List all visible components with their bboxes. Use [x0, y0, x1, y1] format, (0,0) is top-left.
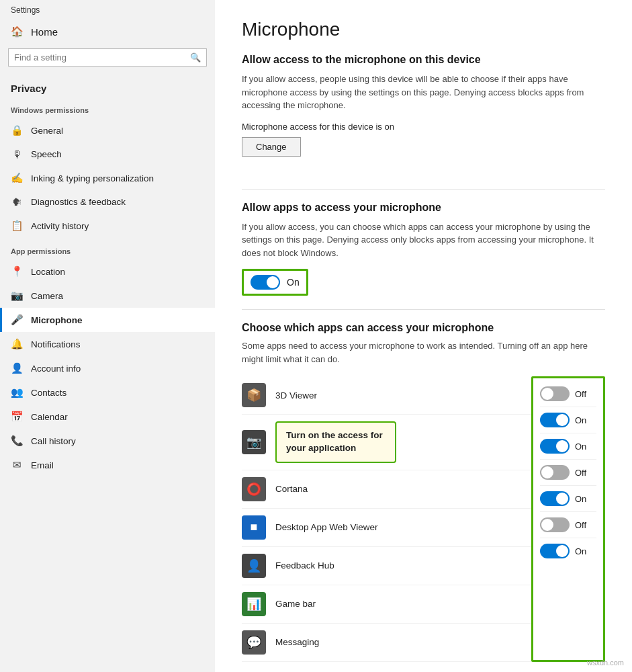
- app-toggles-highlighted: Off On On Off On Off: [531, 376, 605, 662]
- device-status: Microphone access for this device is on: [242, 122, 605, 132]
- speech-icon: 🎙: [11, 149, 23, 160]
- sidebar-item-camera[interactable]: 📷 Camera: [0, 284, 215, 308]
- contacts-icon: 👥: [11, 386, 23, 398]
- messaging-name: Messaging: [275, 637, 531, 647]
- toggle-row-desktopapp: Off: [540, 460, 596, 486]
- desktopapp-icon: ■: [242, 515, 266, 540]
- section1-heading: Allow access to the microphone on this d…: [242, 54, 605, 66]
- search-input[interactable]: [14, 52, 190, 62]
- app-row-messaging: 💬 Messaging: [242, 624, 531, 662]
- app-row-cortana: ⭕ Cortana: [242, 470, 531, 509]
- sidebar-item-calendar[interactable]: 📅 Calendar: [0, 405, 215, 429]
- camera-label: Camera: [31, 291, 63, 301]
- sidebar-item-inking[interactable]: ✍ Inking & typing personalization: [0, 166, 215, 190]
- app-row-feedbackhub: 👤 Feedback Hub: [242, 547, 531, 585]
- camera2-icon: 📷: [242, 430, 266, 454]
- sidebar-item-activity[interactable]: 📋 Activity history: [0, 214, 215, 238]
- inking-icon: ✍: [11, 172, 23, 184]
- home-icon: 🏠: [11, 26, 23, 38]
- toggle-row-cortana: On: [540, 433, 596, 460]
- section1-description: If you allow access, people using this d…: [242, 73, 605, 112]
- calendar-icon: 📅: [11, 411, 23, 423]
- search-icon: 🔍: [190, 52, 201, 62]
- sidebar-item-microphone[interactable]: 🎤 Microphone: [0, 308, 215, 332]
- app-row-camera: 📷 Turn on the access for your applicatio…: [242, 415, 531, 470]
- settings-title: Settings: [0, 0, 215, 19]
- main-content: Microphone Allow access to the microphon…: [215, 0, 632, 672]
- desktopapp-name: Desktop App Web Viewer: [275, 522, 531, 532]
- cortana-name: Cortana: [275, 484, 531, 494]
- accountinfo-icon: 👤: [11, 362, 23, 374]
- app-row-gamebar: 📊 Game bar: [242, 585, 531, 624]
- toggle-desktopapp[interactable]: [540, 465, 570, 480]
- toggle-messaging[interactable]: [540, 544, 570, 558]
- calendar-label: Calendar: [31, 412, 68, 422]
- diagnostics-label: Diagnostics & feedback: [31, 197, 126, 207]
- section3-description: Some apps need to access your microphone…: [242, 339, 605, 366]
- microphone-label: Microphone: [31, 315, 83, 325]
- toggle-cortana[interactable]: [540, 439, 570, 454]
- divider1: [242, 189, 605, 190]
- change-button[interactable]: Change: [242, 137, 301, 157]
- gamebar-name: Game bar: [275, 599, 531, 609]
- sidebar: Settings 🏠 Home 🔍 Privacy Windows permis…: [0, 0, 215, 672]
- callhistory-label: Call history: [31, 436, 76, 446]
- sidebar-item-location[interactable]: 📍 Location: [0, 259, 215, 284]
- location-icon: 📍: [11, 265, 23, 278]
- search-box[interactable]: 🔍: [8, 48, 207, 67]
- sidebar-item-contacts[interactable]: 👥 Contacts: [0, 380, 215, 405]
- app-section-layout: 📦 3D Viewer 📷 Turn on the access for you…: [242, 376, 605, 662]
- sidebar-item-diagnostics[interactable]: 🗣 Diagnostics & feedback: [0, 190, 215, 214]
- speech-label: Speech: [31, 149, 62, 159]
- camera-icon: 📷: [11, 290, 23, 302]
- toggle-feedbackhub[interactable]: [540, 491, 570, 506]
- sidebar-item-email[interactable]: ✉ Email: [0, 453, 215, 477]
- accountinfo-label: Account info: [31, 364, 81, 374]
- toggle-gamebar[interactable]: [540, 517, 570, 532]
- app-row-3dviewer: 📦 3D Viewer: [242, 376, 531, 415]
- toggle-row-feedbackhub: On: [540, 486, 596, 512]
- email-icon: ✉: [11, 459, 23, 471]
- toggle-3dviewer[interactable]: [540, 386, 570, 401]
- allow-apps-toggle-label: On: [287, 277, 300, 288]
- section3-heading: Choose which apps can access your microp…: [242, 322, 605, 334]
- notifications-label: Notifications: [31, 339, 81, 349]
- toggle-label-messaging: On: [575, 546, 586, 556]
- activity-icon: 📋: [11, 220, 23, 232]
- sidebar-item-speech[interactable]: 🎙 Speech: [0, 142, 215, 166]
- sidebar-item-general[interactable]: 🔒 General: [0, 118, 215, 142]
- app-list-col: 📦 3D Viewer 📷 Turn on the access for you…: [242, 376, 531, 662]
- feedbackhub-name: Feedback Hub: [275, 560, 531, 571]
- email-label: Email: [31, 460, 54, 470]
- toggle-camera[interactable]: [540, 413, 570, 427]
- tooltip-box: Turn on the access for your application: [275, 421, 396, 463]
- sidebar-item-accountinfo[interactable]: 👤 Account info: [0, 356, 215, 380]
- toggle-label-cortana: On: [575, 442, 586, 452]
- sidebar-item-notifications[interactable]: 🔔 Notifications: [0, 332, 215, 356]
- watermark: wsxdn.com: [587, 659, 624, 667]
- allow-apps-toggle[interactable]: [251, 275, 280, 290]
- toggle-row-gamebar: Off: [540, 512, 596, 538]
- sidebar-item-callhistory[interactable]: 📞 Call history: [0, 429, 215, 453]
- toggle-label-gamebar: Off: [575, 520, 586, 530]
- toggle-label-feedbackhub: On: [575, 494, 586, 504]
- allow-apps-toggle-row: On: [242, 269, 605, 296]
- privacy-label: Privacy: [0, 76, 215, 97]
- page-title: Microphone: [242, 19, 605, 40]
- feedbackhub-icon: 👤: [242, 554, 266, 578]
- inking-label: Inking & typing personalization: [31, 173, 154, 183]
- home-label: Home: [31, 26, 58, 38]
- cortana-icon: ⭕: [242, 477, 266, 501]
- contacts-label: Contacts: [31, 388, 66, 398]
- tooltip-text: Turn on the access for your application: [286, 430, 383, 453]
- toggle-row-camera: On: [540, 407, 596, 433]
- toggle-label-desktopapp: Off: [575, 468, 586, 478]
- diagnostics-icon: 🗣: [11, 196, 23, 208]
- section2-heading: Allow apps to access your microphone: [242, 202, 605, 214]
- general-icon: 🔒: [11, 124, 23, 136]
- 3dviewer-name: 3D Viewer: [275, 390, 531, 401]
- toggle-row-3dviewer: Off: [540, 381, 596, 407]
- gamebar-icon: 📊: [242, 592, 266, 616]
- windows-permissions-label: Windows permissions: [0, 97, 215, 118]
- home-nav-item[interactable]: 🏠 Home: [0, 19, 215, 44]
